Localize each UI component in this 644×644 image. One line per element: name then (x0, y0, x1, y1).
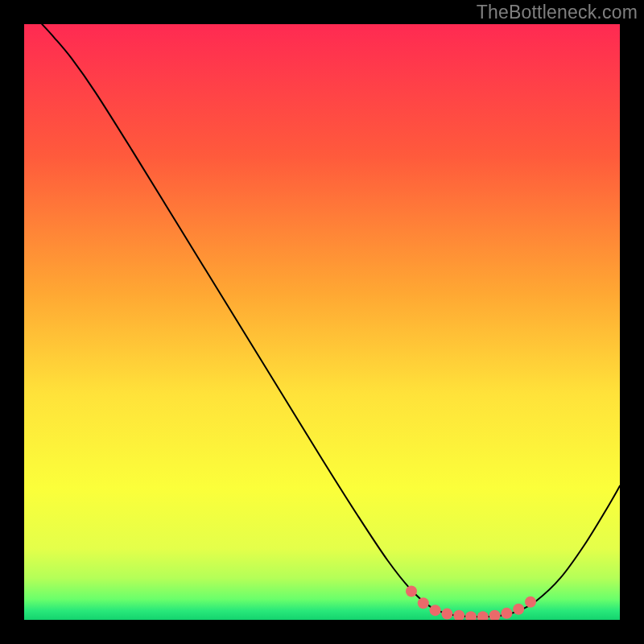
optimal-marker-dot (406, 585, 417, 597)
optimal-marker-dot (418, 597, 429, 609)
watermark-text: TheBottleneck.com (477, 2, 638, 23)
chart-svg (24, 24, 620, 620)
gradient-background (24, 24, 620, 620)
optimal-marker-dot (430, 605, 441, 616)
optimal-marker-dot (525, 597, 536, 608)
optimal-marker-dot (513, 604, 524, 615)
optimal-marker-dot (501, 608, 512, 619)
chart-outer-frame: TheBottleneck.com (0, 0, 644, 644)
optimal-marker-dot (441, 609, 452, 620)
plot-area (24, 24, 620, 620)
